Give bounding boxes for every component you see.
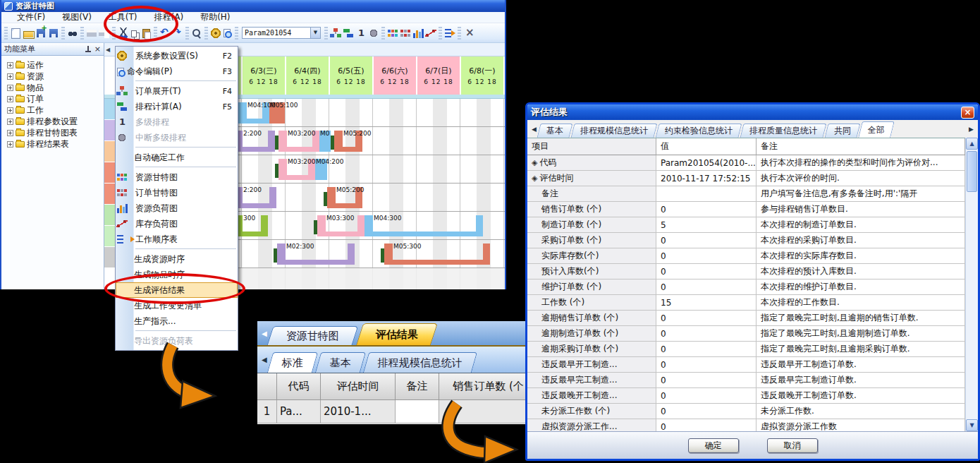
dialog-tab[interactable]: 全部: [858, 121, 895, 138]
table-row[interactable]: 1Pa...2010-1...: [257, 400, 538, 423]
table-row[interactable]: 逾期销售订单数 (个)0指定了最晚完工时刻,且逾期的销售订单数.: [527, 311, 965, 326]
dialog-tab[interactable]: 排程规模信息统计: [570, 124, 657, 138]
category-tab[interactable]: 排程规模信息统计: [363, 352, 477, 373]
document-tab[interactable]: 评估结果: [356, 323, 438, 345]
cancel-button[interactable]: 取消: [767, 438, 818, 453]
gantt-bar[interactable]: M04:300: [365, 215, 483, 236]
menubar-item[interactable]: 帮助(H): [192, 11, 238, 23]
table-row[interactable]: 制造订单数 (个)5本次排程的制造订单数目.: [527, 217, 965, 233]
sidebar-item[interactable]: 运作: [3, 59, 102, 71]
interrupt-icon[interactable]: [368, 28, 379, 39]
menu-item[interactable]: 资源甘特图: [116, 169, 238, 185]
expand-icon[interactable]: [7, 107, 13, 114]
scroll-up-icon[interactable]: ▲: [966, 138, 978, 150]
menubar-item[interactable]: 文件(F): [8, 11, 54, 23]
command-edit-icon[interactable]: [223, 29, 231, 37]
order-expand-icon[interactable]: [330, 28, 341, 39]
tab-scroll-left-icon[interactable]: ◀: [259, 356, 270, 363]
ok-button[interactable]: 确定: [688, 438, 739, 453]
schedule-calc-icon[interactable]: [343, 28, 354, 39]
gantt-bar[interactable]: M04:100: [238, 102, 269, 124]
category-tab[interactable]: 标准: [267, 352, 318, 373]
table-row[interactable]: 逾期采购订单数 (个)0指定了最晚完工时刻,且逾期采购订单数.: [527, 342, 965, 357]
table-row[interactable]: 采购订单数 (个)0本次排程的采购订单数目.: [527, 233, 965, 248]
table-cell[interactable]: 2010-1...: [321, 400, 396, 423]
tab-scroll-left-icon[interactable]: ◀: [259, 330, 270, 337]
expand-icon[interactable]: [7, 85, 13, 91]
gantt-bar[interactable]: M0: [319, 131, 331, 152]
chevron-down-icon[interactable]: [310, 28, 320, 38]
gantt-bar[interactable]: M03:200: [278, 131, 319, 152]
gantt-bar[interactable]: M05:100: [269, 102, 285, 124]
dialog-tab[interactable]: 约束检验信息统计: [655, 124, 742, 138]
expand-icon[interactable]: [7, 119, 13, 125]
menubar-item[interactable]: 视图(V): [54, 11, 100, 23]
table-row[interactable]: 违反最早开工制造...0违反最早开工制造订单数.: [527, 357, 965, 373]
table-row[interactable]: 虚拟资源分派工作...0虚拟资源分派工作数: [527, 419, 965, 431]
gantt-bar[interactable]: M05:200: [327, 187, 362, 208]
table-row[interactable]: 逾期制造订单数 (个)0指定了最晚完工时刻,且逾期制造订单数.: [527, 326, 965, 342]
expand-icon[interactable]: [7, 62, 13, 68]
new-icon[interactable]: [10, 28, 21, 39]
order-gantt-icon[interactable]: [400, 28, 411, 39]
menu-item[interactable]: 工作顺序表: [116, 232, 238, 247]
gantt-bar[interactable]: M03:200: [278, 159, 315, 180]
expand-icon[interactable]: [7, 73, 13, 80]
settings-icon[interactable]: [210, 28, 221, 39]
table-row[interactable]: 维护订单数 (个)0本次排程的维护订单数目.: [527, 279, 965, 295]
close-button[interactable]: [961, 107, 974, 119]
table-row[interactable]: 预计入库数(个)0本次排程的预计入库数目.: [527, 264, 965, 279]
menu-item[interactable]: 自动确定工作: [116, 150, 238, 165]
tab-scroll-left-icon[interactable]: ◀: [529, 126, 539, 133]
scrollbar-thumb[interactable]: [967, 151, 977, 192]
gantt-bar[interactable]: M05:200: [334, 131, 362, 152]
menu-item[interactable]: 系统参数设置(S)F2: [116, 48, 238, 64]
dialog-title-bar[interactable]: 评估结果: [527, 104, 978, 120]
sidebar-item[interactable]: 订单: [3, 93, 102, 104]
zoom-icon[interactable]: [191, 28, 202, 39]
tab-scroll-left-icon[interactable]: ◀: [106, 47, 110, 53]
multilevel-icon[interactable]: [355, 28, 367, 39]
save-icon[interactable]: [48, 28, 59, 39]
print-icon[interactable]: [86, 28, 97, 39]
table-row[interactable]: 未分派工作数 (个)0未分派工作数.: [527, 404, 965, 419]
table-row[interactable]: 实际库存数(个)0本次排程的实际库存数目.: [527, 248, 965, 264]
open-icon[interactable]: [23, 28, 34, 39]
menu-item[interactable]: 命令编辑(P)F3: [116, 64, 238, 79]
menu-item[interactable]: 排程计算(A)F5: [116, 99, 238, 114]
sidebar-item[interactable]: 排程甘特图表: [3, 127, 102, 138]
scrollbar[interactable]: ▲ ▼: [965, 138, 978, 431]
sidebar-item[interactable]: 物品: [3, 82, 102, 93]
table-row[interactable]: 工作数 (个)15本次排程的工作数目.: [527, 295, 965, 311]
expand-icon[interactable]: [7, 141, 13, 148]
scroll-down-icon[interactable]: ▼: [966, 419, 978, 431]
resource-load-icon[interactable]: [412, 28, 424, 39]
gantt-bar[interactable]: M02:300: [277, 243, 355, 265]
sidebar-item[interactable]: 工作: [3, 104, 102, 116]
menu-item[interactable]: 订单展开(T)F4: [116, 83, 238, 99]
dialog-tab[interactable]: 共同: [824, 124, 860, 138]
close-icon[interactable]: ×: [94, 46, 101, 53]
menu-item[interactable]: 资源负荷图: [116, 200, 238, 216]
title-bar[interactable]: 资源甘特图: [1, 0, 505, 12]
table-cell[interactable]: [439, 400, 538, 423]
resource-gantt-icon[interactable]: [387, 28, 398, 39]
dialog-tab[interactable]: 排程质量信息统计: [740, 124, 826, 138]
table-row[interactable]: ◈评估时间2010-11-17 17:52:15执行本次评价的时间.: [527, 171, 965, 186]
sidebar-item[interactable]: 资源: [3, 71, 102, 82]
find-icon[interactable]: [67, 28, 78, 39]
table-cell[interactable]: Pa...: [277, 400, 321, 423]
dialog-tab[interactable]: 基本: [537, 124, 572, 138]
table-row[interactable]: 违反最晚开工制造...0违反最晚开工制造订单数.: [527, 388, 965, 404]
table-row[interactable]: 违反最早完工制造...0违反最早完工制造订单数.: [527, 373, 965, 388]
inventory-load-icon[interactable]: [425, 28, 436, 39]
save-all-icon[interactable]: [35, 28, 47, 39]
table-row[interactable]: ◈代码Param201054(2010-...执行本次排程的操作的类型和时间作为…: [527, 155, 965, 171]
table-cell[interactable]: [396, 400, 439, 423]
expand-icon[interactable]: [7, 96, 13, 102]
param-combo[interactable]: Param201054: [242, 27, 321, 39]
pin-icon[interactable]: [85, 46, 92, 53]
expand-icon[interactable]: [7, 130, 13, 136]
sidebar-item[interactable]: 排程结果表: [3, 138, 102, 150]
work-sequence-icon[interactable]: [444, 28, 455, 39]
